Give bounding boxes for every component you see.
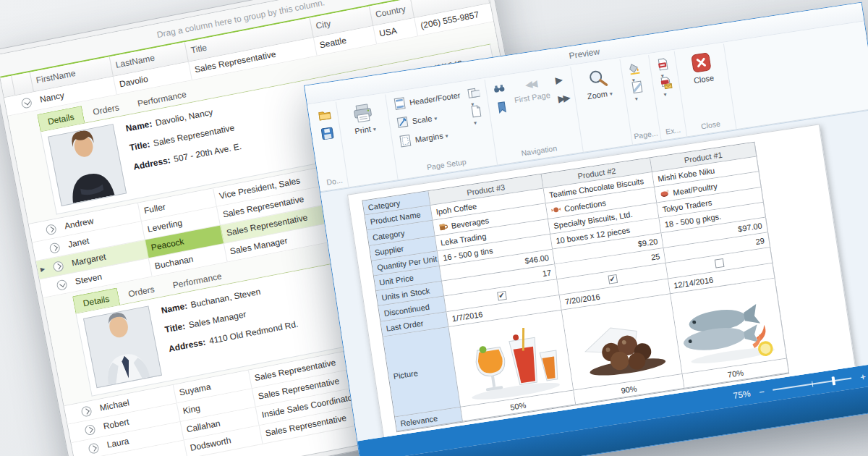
page-color-icon [627,62,641,75]
confections-icon [550,204,561,215]
expand-icon [52,261,64,272]
margins-label: Margins [414,130,448,144]
expand-icon [80,405,92,417]
save-icon [320,127,334,140]
employee-photo-steven [83,305,162,388]
meat-icon [660,188,671,199]
zoom-slider-handle[interactable] [831,376,835,385]
printer-icon [352,101,375,124]
bookmark-icon [495,101,509,114]
open-folder-icon [318,108,331,122]
address-value: 507 - 20th Ave. E. [173,141,242,164]
scale-icon [396,115,409,129]
checkbox-checked-icon: ✔ [608,274,618,284]
print-button[interactable]: Print [341,98,386,137]
checkbox-checked-icon: ✔ [497,290,507,300]
ribbon-group-navigation: ◀◀ First Page ▶ ▶▶ Navigation [485,67,583,164]
first-page-label: First Page [514,90,550,104]
product-picture-fish [671,279,787,374]
paper-size-icon [469,104,483,118]
name-label: Name: [161,300,189,316]
print-button-label: Print [354,124,376,135]
pdf-email-icon [659,76,673,90]
address-label: Address: [132,155,171,172]
binoculars-icon [492,82,506,96]
header-footer-label: Header/Footer [409,90,461,106]
watermark-button[interactable] [628,77,647,96]
expand-icon [45,223,56,235]
zoom-button[interactable]: Zoom [576,63,621,102]
expand-icon [84,423,95,435]
desktop-background: Drag a column here to group by this colu… [0,0,868,456]
title-label: Title: [129,139,151,153]
title-value: Sales Manager [188,309,247,330]
row-label-picture: Picture [383,327,461,417]
ribbon-group-page-setup: Header/Footer Scale Margin [386,80,498,180]
margins-icon [399,134,412,148]
close-preview-button[interactable]: Close [679,47,724,86]
zoom-slider[interactable] [773,377,852,390]
zoom-out-button[interactable]: − [758,387,765,397]
expand-icon [48,242,60,253]
product-picture-chocolates [562,294,683,390]
export-to-pdf-button[interactable] [654,55,673,74]
zoom-in-button[interactable]: + [859,371,866,381]
send-pdf-email-button[interactable] [657,73,676,92]
address-label: Address: [168,337,207,354]
collapse-icon [20,97,32,109]
zoom-percentage: 75% [733,388,752,400]
bookmarks-button[interactable] [493,98,511,117]
magnifier-icon [586,67,609,90]
collapse-icon [56,279,67,290]
last-page-button[interactable]: ▶▶ [555,89,571,108]
watermark-icon [630,80,644,94]
checkbox-unchecked-icon [714,258,724,269]
name-label: Name: [125,119,153,134]
title-label: Title: [164,321,187,334]
paper-size-button[interactable] [467,102,485,121]
find-button[interactable] [490,80,509,98]
close-icon [690,51,713,75]
last-page-icon: ▶▶ [557,91,569,106]
open-document-button[interactable] [315,106,334,124]
header-footer-icon [393,97,407,111]
expand-icon [88,442,99,454]
pdf-file-icon [656,57,670,71]
close-button-label: Close [693,73,715,85]
employee-photo-nancy [48,124,127,206]
zoom-button-label: Zoom [587,88,613,101]
next-page-icon: ▶ [554,73,561,87]
scale-label: Scale [412,113,438,125]
orientation-button[interactable] [464,83,482,102]
window-title: Preview [569,46,600,61]
name-value: Davolio, Nancy [155,107,214,128]
beverages-icon [438,221,448,232]
page-color-button[interactable] [625,59,644,78]
save-document-button[interactable] [318,124,337,143]
first-page-icon: ◀◀ [524,77,537,92]
next-page-button[interactable]: ▶ [552,70,569,89]
first-page-button[interactable]: ◀◀ First Page [509,73,553,105]
orientation-icon [467,85,480,99]
name-value: Buchanan, Steven [190,287,261,310]
